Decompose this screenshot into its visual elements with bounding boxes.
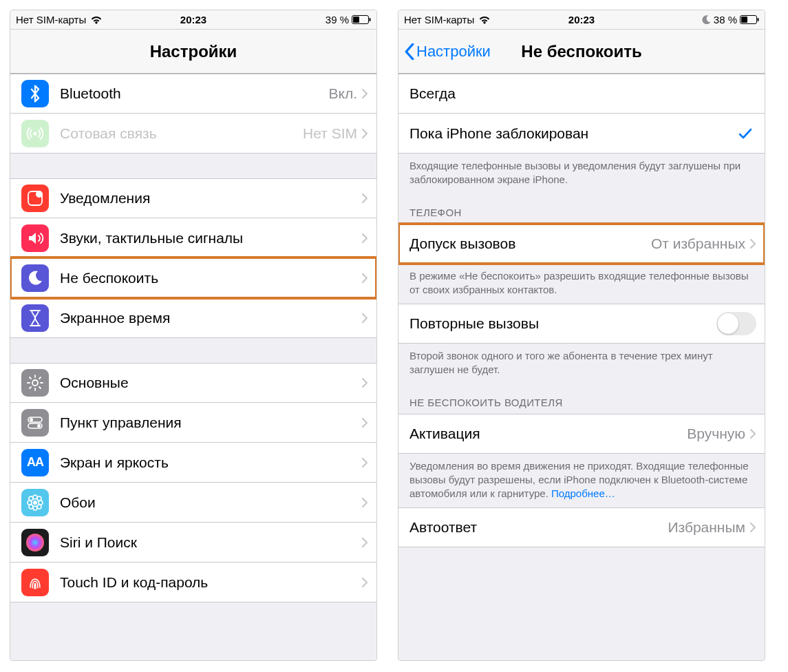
chevron-right-icon: [361, 88, 368, 99]
carrier-label: Нет SIM-карты: [404, 14, 474, 25]
silence-locked-row[interactable]: Пока iPhone заблокирован: [398, 114, 765, 154]
autoreply-row[interactable]: Автоответ Избранным: [398, 507, 765, 547]
svg-rect-1: [353, 17, 359, 23]
allow-calls-footer: В режиме «Не беспокоить» разрешить входя…: [398, 264, 765, 304]
row-label: Пункт управления: [60, 414, 361, 431]
row-label: Bluetooth: [60, 85, 328, 102]
settings-row-moon[interactable]: Не беспокоить: [10, 258, 376, 298]
settings-row-bluetooth[interactable]: BluetoothВкл.: [10, 74, 376, 114]
row-label: Допуск вызовов: [409, 235, 651, 252]
row-value: Нет SIM: [303, 125, 357, 142]
chevron-right-icon: [749, 428, 756, 439]
row-value: Вручную: [687, 426, 745, 442]
settings-row-siri[interactable]: Siri и Поиск: [10, 523, 376, 563]
chevron-right-icon: [361, 273, 368, 284]
time-label: 20:23: [568, 14, 595, 25]
chevron-right-icon: [361, 497, 368, 508]
notifications-icon: [21, 185, 49, 212]
row-label: Активация: [409, 426, 687, 442]
nav-header: Настройки Не беспокоить: [398, 30, 765, 74]
driving-section-header: НЕ БЕСПОКОИТЬ ВОДИТЕЛЯ: [398, 384, 765, 414]
settings-row-switches[interactable]: Пункт управления: [10, 403, 376, 443]
svg-point-15: [39, 501, 43, 505]
row-label: Экран и яркость: [60, 454, 361, 471]
svg-point-11: [33, 501, 37, 505]
settings-row-aa[interactable]: AAЭкран и яркость: [10, 443, 376, 483]
settings-row-sounds[interactable]: Звуки, тактильные сигналы: [10, 218, 376, 258]
row-label: Экранное время: [60, 310, 361, 326]
row-label: Обои: [60, 494, 361, 511]
row-label: Siri и Поиск: [60, 534, 361, 551]
checkmark-icon: [738, 127, 752, 140]
repeated-calls-toggle[interactable]: [716, 312, 756, 335]
moon-icon: [21, 264, 49, 292]
settings-row-gear[interactable]: Основные: [10, 363, 376, 403]
settings-row-hourglass[interactable]: Экранное время: [10, 298, 376, 338]
svg-point-16: [29, 496, 33, 501]
switches-icon: [21, 409, 49, 437]
silence-always-row[interactable]: Всегда: [398, 74, 765, 114]
page-title: Настройки: [10, 42, 376, 61]
antenna-icon: [21, 120, 49, 147]
row-label: Touch ID и код-пароль: [60, 574, 361, 591]
svg-point-20: [26, 534, 44, 552]
wifi-icon: [478, 15, 491, 24]
siri-icon: [21, 529, 49, 556]
sounds-icon: [21, 224, 49, 252]
flower-icon: [21, 489, 49, 516]
battery-percent-label: 39 %: [326, 14, 349, 25]
silence-footer: Входящие телефонные вызовы и уведомления…: [398, 154, 765, 194]
nav-header: Настройки: [10, 30, 376, 74]
learn-more-link[interactable]: Подробнее…: [551, 487, 615, 499]
chevron-right-icon: [361, 193, 368, 204]
row-value: Вкл.: [328, 85, 357, 102]
row-label: Не беспокоить: [60, 270, 361, 286]
bluetooth-icon: [21, 80, 49, 107]
svg-point-8: [30, 418, 33, 421]
row-label: Автоответ: [409, 519, 668, 536]
dnd-moon-icon: [702, 15, 711, 24]
row-value: Избранным: [668, 519, 745, 536]
row-label: Основные: [60, 375, 361, 391]
chevron-right-icon: [361, 457, 368, 468]
hourglass-icon: [21, 304, 49, 332]
svg-rect-2: [370, 18, 371, 21]
chevron-right-icon: [749, 238, 756, 249]
activation-row[interactable]: Активация Вручную: [398, 414, 765, 454]
row-label: Уведомления: [60, 190, 361, 207]
battery-icon: [352, 15, 371, 24]
activation-footer: Уведомления во время движения не приходя…: [398, 454, 765, 508]
settings-row-touchid[interactable]: Touch ID и код-пароль: [10, 563, 376, 602]
status-bar: Нет SIM-карты 20:23 39 %: [10, 10, 376, 30]
settings-row-flower[interactable]: Обои: [10, 483, 376, 523]
svg-point-3: [34, 132, 37, 135]
dnd-screen: Нет SIM-карты 20:23 38 % Настройки Не бе…: [398, 10, 765, 661]
chevron-right-icon: [361, 313, 368, 324]
chevron-right-icon: [361, 537, 368, 548]
back-button[interactable]: Настройки: [404, 43, 491, 61]
svg-point-6: [32, 380, 38, 386]
row-label: Звуки, тактильные сигналы: [60, 230, 361, 246]
settings-row-notifications[interactable]: Уведомления: [10, 178, 376, 218]
svg-point-10: [37, 424, 41, 428]
settings-row-antenna[interactable]: Сотовая связьНет SIM: [10, 114, 376, 154]
chevron-right-icon: [361, 417, 368, 428]
svg-rect-23: [758, 18, 759, 21]
chevron-right-icon: [361, 128, 368, 139]
chevron-right-icon: [361, 377, 368, 388]
row-label: Сотовая связь: [60, 125, 303, 142]
svg-rect-22: [741, 17, 747, 23]
chevron-right-icon: [361, 233, 368, 244]
gear-icon: [21, 369, 49, 397]
aa-icon: AA: [21, 449, 49, 476]
repeated-calls-row[interactable]: Повторные вызовы: [398, 304, 765, 344]
svg-point-17: [37, 496, 41, 501]
allow-calls-row[interactable]: Допуск вызовов От избранных: [398, 224, 765, 264]
settings-screen: Нет SIM-карты 20:23 39 % Настройки Bluet…: [10, 10, 377, 661]
row-value: От избранных: [651, 235, 745, 252]
svg-point-13: [33, 506, 37, 510]
svg-point-14: [28, 501, 32, 505]
battery-icon: [740, 15, 759, 24]
repeated-calls-footer: Второй звонок одного и того же абонента …: [398, 344, 765, 384]
svg-point-5: [36, 191, 43, 198]
